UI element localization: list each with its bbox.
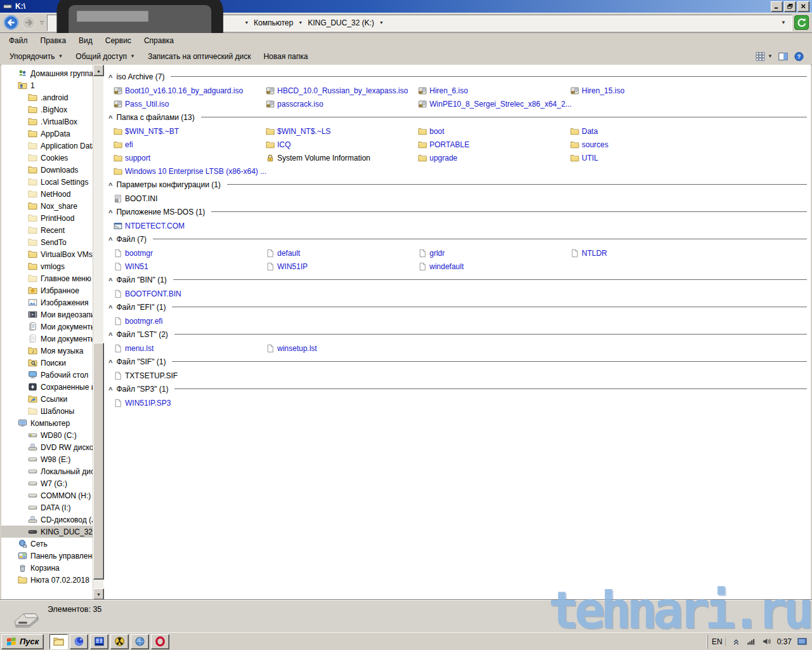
file-item[interactable]: NTDETECT.COM xyxy=(107,222,259,230)
preview-pane-button[interactable] xyxy=(778,51,789,62)
sidebar-item[interactable]: 1 xyxy=(1,79,93,91)
quicklaunch-globe[interactable] xyxy=(131,634,149,649)
sidebar-item[interactable]: WD80 (C:) xyxy=(1,429,93,441)
file-item[interactable]: UTIL xyxy=(564,154,716,162)
toolbar-button[interactable]: Записать на оптический диск xyxy=(142,50,257,63)
show-desktop-icon[interactable] xyxy=(797,637,807,646)
language-indicator[interactable]: EN xyxy=(712,637,726,646)
group-header[interactable]: ^Файл "LST" (2) xyxy=(107,328,811,342)
menu-вид[interactable]: Вид xyxy=(72,34,99,47)
sidebar-item[interactable]: Шаблоны xyxy=(1,405,93,417)
sidebar-item[interactable]: Cookies xyxy=(1,152,93,164)
file-item[interactable]: boot xyxy=(412,127,564,136)
sidebar-item[interactable]: .android xyxy=(1,91,93,103)
file-item[interactable]: $WIN_NT$.~BT xyxy=(107,127,259,136)
file-item[interactable]: ISOHBCD_10.0_Russian_by_lexapass.iso xyxy=(259,86,412,95)
sidebar-item[interactable]: Панель управления xyxy=(1,550,93,562)
sidebar-item[interactable]: ♪Моя музыка xyxy=(1,345,93,357)
breadcrumb-item[interactable]: Компьютер xyxy=(252,18,295,28)
hidden-icons-chevron[interactable] xyxy=(731,637,741,646)
start-button[interactable]: Пуск xyxy=(1,634,44,649)
file-item[interactable]: BOOT.INI xyxy=(107,194,259,203)
file-item[interactable]: TXTSETUP.SIF xyxy=(107,371,259,380)
sidebar-item[interactable]: Downloads xyxy=(1,164,93,176)
sidebar-item[interactable]: NetHood xyxy=(1,188,93,200)
sidebar-item[interactable]: Local Settings xyxy=(1,176,93,188)
breadcrumb-item[interactable]: KING_DUC_32 (K:) xyxy=(306,18,376,28)
views-button[interactable]: ▼ xyxy=(755,51,773,62)
scroll-up-button[interactable]: ▲ xyxy=(93,65,104,76)
scroll-down-button[interactable]: ▼ xyxy=(93,588,104,600)
menu-справка[interactable]: Справка xyxy=(138,34,180,47)
file-item[interactable]: ISOpasscrack.iso xyxy=(259,100,412,109)
menu-правка[interactable]: Правка xyxy=(34,34,73,47)
group-header[interactable]: ^Папка с файлами (13) xyxy=(107,110,811,124)
sidebar-item[interactable]: Nox_share xyxy=(1,200,93,212)
file-item[interactable]: winsetup.lst xyxy=(259,344,412,353)
file-item[interactable]: ICQ xyxy=(259,140,412,149)
sidebar-item[interactable]: Главное меню xyxy=(1,272,93,284)
file-item[interactable]: ISOPass_Util.iso xyxy=(107,100,259,109)
quicklaunch-firefox[interactable] xyxy=(70,634,88,649)
sidebar-item[interactable]: Application Data xyxy=(1,140,93,152)
volume-icon[interactable] xyxy=(762,637,771,646)
sidebar-item[interactable]: Избранное xyxy=(1,284,93,296)
sidebar-item[interactable]: Нюта 07.02.2018 xyxy=(1,574,93,586)
group-header[interactable]: ^Приложение MS-DOS (1) xyxy=(107,205,811,219)
file-item[interactable]: bootmgr xyxy=(107,249,259,258)
file-item[interactable]: ISOBoot10_v16.10.16_by_adguard.iso xyxy=(107,86,259,95)
scrollbar-thumb[interactable] xyxy=(93,343,104,580)
file-item[interactable]: Data xyxy=(564,127,716,136)
file-item[interactable]: PORTABLE xyxy=(412,140,564,149)
file-item[interactable]: support xyxy=(107,154,259,162)
recent-pages-dropdown[interactable]: ▽ xyxy=(40,20,44,25)
sidebar-item[interactable]: SendTo xyxy=(1,236,93,248)
minimize-button[interactable] xyxy=(771,1,783,12)
sidebar-item[interactable]: DVD RW дисковод xyxy=(1,441,93,453)
sidebar-item[interactable]: Мои документы xyxy=(1,333,93,345)
sidebar-item[interactable]: Recent xyxy=(1,224,93,236)
file-item[interactable]: grldr xyxy=(412,249,564,258)
breadcrumb-separator-icon[interactable]: ▼ xyxy=(244,20,249,25)
forward-button[interactable] xyxy=(21,15,37,30)
sidebar-item[interactable]: Домашняя группа xyxy=(1,67,93,79)
sidebar-item[interactable]: PrintHood xyxy=(1,212,93,224)
group-header[interactable]: ^Параметры конфигурации (1) xyxy=(107,178,811,192)
file-item[interactable]: ISOWinPE10_8_Sergei_Strelec_x86_x64_2... xyxy=(412,100,564,109)
address-history-dropdown[interactable]: ▼ xyxy=(778,20,789,25)
sidebar-item[interactable]: COMMON (H:) xyxy=(1,489,93,501)
breadcrumb[interactable]: ▼Компьютер▼KING_DUC_32 (K:)▼▼ xyxy=(47,15,792,31)
file-item[interactable]: ISOHiren_6.iso xyxy=(412,86,564,95)
quicklaunch-nero[interactable] xyxy=(110,634,129,649)
file-item[interactable]: $WIN_NT$.~LS xyxy=(259,127,412,136)
group-header[interactable]: ^iso Archive (7) xyxy=(107,70,811,84)
group-header[interactable]: ^Файл "SP3" (1) xyxy=(107,382,811,396)
toolbar-button[interactable]: Общий доступ▼ xyxy=(70,50,141,63)
sidebar-item[interactable]: KING_DUC_32 (K:) xyxy=(1,526,93,538)
quicklaunch-opera[interactable] xyxy=(151,634,169,649)
clock[interactable]: 0:37 xyxy=(777,637,792,646)
sidebar-item[interactable]: AppData xyxy=(1,128,93,140)
file-item[interactable]: Windows 10 Enterprise LTSB (x86-x64) ... xyxy=(107,167,259,176)
sidebar-item[interactable]: Локальный диск xyxy=(1,465,93,477)
sidebar-item[interactable]: VirtualBox VMs xyxy=(1,248,93,260)
sidebar-item[interactable]: Поиски xyxy=(1,357,93,369)
sidebar-scrollbar[interactable]: ▲ ▼ xyxy=(93,65,103,600)
sidebar-item[interactable]: Ссылки xyxy=(1,393,93,405)
sidebar-item[interactable]: Сохраненные игры xyxy=(1,381,93,393)
back-button[interactable] xyxy=(3,15,19,30)
file-item[interactable]: ISOHiren_15.iso xyxy=(564,86,716,95)
sidebar-item[interactable]: .BigNox xyxy=(1,103,93,116)
file-item[interactable]: menu.lst xyxy=(107,344,259,353)
file-item[interactable]: System Volume Information xyxy=(259,154,412,162)
group-header[interactable]: ^Файл "BIN" (1) xyxy=(107,273,811,287)
sidebar-item[interactable]: W98 (E:) xyxy=(1,453,93,465)
sidebar-item[interactable]: Корзина xyxy=(1,562,93,574)
file-item[interactable]: upgrade xyxy=(412,154,564,162)
sidebar-item[interactable]: CD-дисковод (J:) xyxy=(1,514,93,526)
sidebar-item[interactable]: Компьютер xyxy=(1,417,93,429)
file-item[interactable]: WIN51IP.SP3 xyxy=(107,399,259,408)
file-item[interactable]: BOOTFONT.BIN xyxy=(107,289,259,298)
file-item[interactable]: efi xyxy=(107,140,259,149)
sidebar-item[interactable]: Сеть xyxy=(1,538,93,550)
